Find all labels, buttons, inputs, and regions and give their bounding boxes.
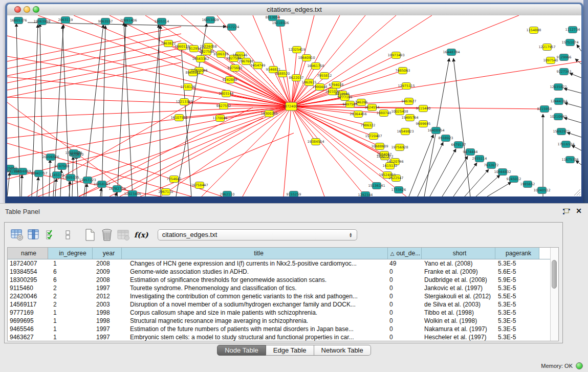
table-cell[interactable]: Estimation of significance thresholds fo… — [122, 276, 388, 284]
minimize-traffic-light-button[interactable] — [24, 6, 30, 13]
table-row[interactable]: 911546021997Tourette syndrome. Phenomeno… — [8, 284, 558, 292]
table-cell[interactable]: 2009 — [93, 268, 122, 276]
table-row[interactable]: 2242004622012Investigating the contribut… — [8, 292, 558, 300]
table-cell[interactable]: Corpus callosum shape and size in male p… — [122, 309, 388, 317]
table-cell[interactable]: 5.3E-5 — [495, 309, 539, 317]
select-columns-button[interactable] — [43, 228, 59, 242]
new-column-button[interactable] — [82, 228, 98, 242]
table-cell[interactable]: 0 — [388, 317, 422, 325]
table-cell[interactable]: 2 — [48, 300, 93, 309]
column-header-year[interactable]: year — [93, 248, 122, 259]
table-cell[interactable]: 1997 — [93, 333, 122, 341]
table-cell[interactable]: 18300295 — [8, 276, 48, 284]
table-cell[interactable]: Genome-wide association studies in ADHD. — [122, 268, 388, 276]
table-cell[interactable]: 0 — [388, 284, 422, 292]
table-cell[interactable]: 6 — [48, 268, 93, 276]
table-cell[interactable]: 5.3E-5 — [495, 317, 539, 325]
table-cell[interactable]: Structural magnetic resonance image aver… — [122, 317, 388, 325]
column-header-name[interactable]: name — [8, 248, 48, 259]
table-cell[interactable]: 9777169 — [8, 309, 48, 317]
table-cell[interactable]: 18724007 — [8, 259, 48, 268]
table-cell[interactable]: 1 — [48, 325, 93, 333]
table-cell[interactable]: 1 — [48, 309, 93, 317]
table-cell[interactable]: Changes of HCN gene expression and I(f) … — [122, 259, 388, 268]
table-cell[interactable]: Investigating the contribution of common… — [122, 292, 388, 300]
table-cell[interactable]: Disruption of a novel member of a sodium… — [122, 300, 388, 309]
table-cell[interactable]: Embryonic stem cells: a model to study s… — [122, 333, 388, 341]
table-mode-button[interactable] — [10, 228, 25, 242]
table-cell[interactable]: 5.3E-5 — [495, 259, 539, 268]
table-cell[interactable]: 0 — [388, 268, 422, 276]
table-cell[interactable]: 2 — [48, 292, 93, 300]
close-traffic-light-button[interactable] — [14, 6, 21, 13]
table-cell[interactable]: 0 — [388, 292, 422, 300]
table-cell[interactable]: Stergiakouli et al. (2012) — [422, 292, 495, 300]
table-row[interactable]: 969969511998Structural magnetic resonanc… — [8, 317, 558, 325]
table-row[interactable]: 1872400712008Changes of HCN gene express… — [8, 259, 558, 268]
delete-column-button[interactable] — [99, 228, 115, 242]
table-cell[interactable]: 1 — [48, 259, 93, 268]
column-header-out-degree[interactable]: △ out_de... — [388, 248, 422, 259]
table-cell[interactable]: 1 — [48, 317, 93, 325]
table-cell[interactable]: Wolkin et al. (1998) — [422, 317, 495, 325]
table-cell[interactable]: 2008 — [93, 276, 122, 284]
table-cell[interactable]: Hescheler et al. (1997) — [422, 333, 495, 341]
table-cell[interactable]: Nakamura et al. (1997) — [422, 325, 495, 333]
table-cell[interactable]: 1 — [48, 333, 93, 341]
column-header-pagerank[interactable]: pagerank — [495, 248, 539, 259]
window-resize-handle[interactable] — [573, 188, 581, 196]
table-cell[interactable]: Tibbo et al. (1998) — [422, 309, 495, 317]
table-cell[interactable]: Yano et al. (2008) — [422, 259, 495, 268]
float-panel-icon[interactable] — [562, 208, 571, 215]
table-row[interactable]: 977716911998Corpus callosum shape and si… — [8, 309, 558, 317]
table-cell[interactable]: 19384554 — [8, 268, 48, 276]
table-cell[interactable]: 5.3E-5 — [495, 325, 539, 333]
table-cell[interactable]: 5.3E-5 — [495, 333, 539, 341]
table-row[interactable]: 946554611997Estimation of the future num… — [8, 325, 558, 333]
table-cell[interactable]: Franke et al. (2009) — [422, 268, 495, 276]
table-cell[interactable]: 0 — [388, 325, 422, 333]
tab-node-table[interactable]: Node Table — [217, 345, 266, 356]
network-canvas[interactable]: 1660537619063998206311990635572069140619… — [7, 15, 581, 196]
table-cell[interactable]: de Silva et al. (2003) — [422, 300, 495, 309]
table-cell[interactable]: 2003 — [93, 300, 122, 309]
table-cell[interactable]: Jankovic et al. (1997) — [422, 284, 495, 292]
table-cell[interactable]: 14569117 — [8, 300, 48, 309]
table-row[interactable]: 1938455462009Genome-wide association stu… — [8, 268, 558, 276]
table-cell[interactable]: 6 — [48, 276, 93, 284]
table-cell[interactable]: Dudbridge et al. (2008) — [422, 276, 495, 284]
column-header-title[interactable]: title — [122, 248, 388, 259]
table-selector-dropdown[interactable]: citations_edges.txt ▲▼ — [158, 229, 357, 240]
table-cell[interactable]: Tourette syndrome. Phenomenology and cla… — [122, 284, 388, 292]
table-row[interactable]: 1456911722003Disruption of a novel membe… — [8, 300, 558, 309]
table-vertical-scrollbar[interactable] — [550, 248, 558, 341]
zoom-traffic-light-button[interactable] — [33, 6, 39, 13]
window-titlebar[interactable]: citations_edges.txt — [7, 4, 581, 16]
table-cell[interactable]: 0 — [388, 276, 422, 284]
table-cell[interactable]: 0 — [388, 309, 422, 317]
table-cell[interactable]: 1997 — [93, 284, 122, 292]
table-cell[interactable]: 0 — [388, 300, 422, 309]
table-row[interactable]: 1830029562008Estimation of significance … — [8, 276, 558, 284]
tab-edge-table[interactable]: Edge Table — [266, 345, 314, 356]
show-columns-button[interactable] — [27, 228, 42, 242]
tab-network-table[interactable]: Network Table — [314, 345, 371, 356]
table-cell[interactable]: 22420046 — [8, 292, 48, 300]
table-cell[interactable]: 1998 — [93, 317, 122, 325]
table-row[interactable]: 946362711997Embryonic stem cells: a mode… — [8, 333, 558, 341]
table-cell[interactable]: 9699695 — [8, 317, 48, 325]
column-header-in-degree[interactable]: in_degree — [48, 248, 93, 259]
delete-table-button[interactable] — [116, 228, 132, 242]
table-cell[interactable]: 1997 — [93, 325, 122, 333]
table-cell[interactable]: 5.3E-5 — [495, 300, 539, 309]
network-graph[interactable]: 1660537619063998206311990635572069140619… — [7, 15, 581, 196]
table-cell[interactable]: 0 — [388, 333, 422, 341]
table-cell[interactable]: 5.6E-5 — [495, 268, 539, 276]
table-cell[interactable]: 1998 — [93, 309, 122, 317]
column-header-short[interactable]: short — [422, 248, 495, 259]
table-cell[interactable]: 2008 — [93, 259, 122, 268]
function-builder-button[interactable]: f(x) — [134, 231, 148, 239]
table-cell[interactable]: Estimation of the future numbers of pati… — [122, 325, 388, 333]
scrollbar-thumb[interactable] — [552, 260, 557, 289]
table-cell[interactable]: 2 — [48, 284, 93, 292]
